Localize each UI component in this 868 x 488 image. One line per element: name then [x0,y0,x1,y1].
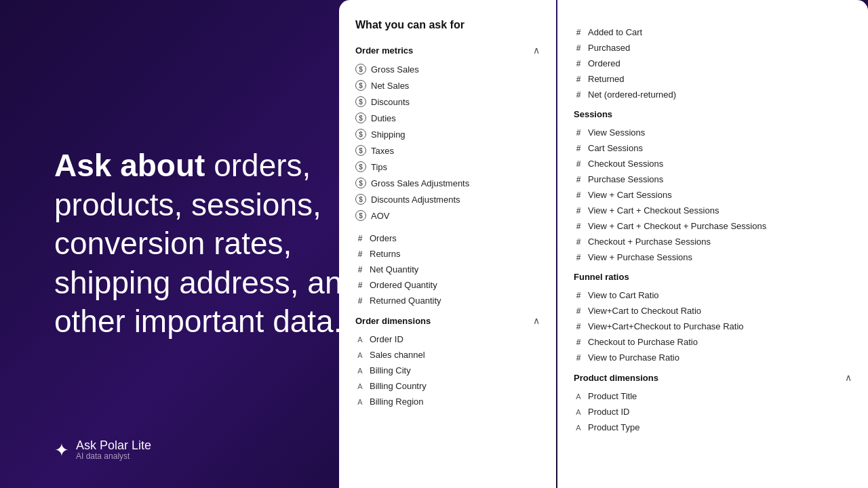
brand-subtitle: AI data analyst [76,451,151,461]
order-counts-list: #Orders #Returns #Net Quantity #Ordered … [355,230,540,308]
a-icon: A [574,423,583,432]
list-item: #Purchase Sessions [574,171,852,187]
hash-icon: # [574,90,583,100]
hash-icon: # [574,59,583,68]
hash-icon: # [574,144,583,153]
hash-icon: # [574,322,583,331]
list-item: #Ordered Quantity [355,277,540,293]
list-item: ASales channel [355,347,540,363]
dollar-icon: $ [355,178,366,188]
list-item: $Shipping [355,126,540,142]
dollar-icon: $ [355,129,366,140]
a-icon: A [355,350,365,360]
dollar-icon: $ [355,194,366,205]
list-item: AProduct Type [574,420,852,435]
order-metrics-header[interactable]: Order metrics ∧ [355,45,540,56]
hash-icon: # [574,175,583,184]
quantity-list: #Added to Cart #Purchased #Ordered #Retu… [574,24,852,102]
list-item: $Gross Sales Adjustments [355,175,540,191]
a-icon: A [574,392,583,401]
sessions-label: Sessions [574,109,612,119]
hero-text: Ask about orders, products, sessions, co… [54,146,366,342]
list-item: #View+Cart+Checkout to Purchase Ratio [574,319,852,334]
a-icon: A [355,382,365,391]
list-item: AProduct Title [574,388,852,404]
list-item: #Ordered [574,56,852,71]
order-dimensions-chevron-icon: ∧ [533,315,540,326]
list-item: #View to Cart Ratio [574,287,852,303]
list-item: ABilling Region [355,394,540,409]
list-item: $Taxes [355,142,540,159]
a-icon: A [355,397,365,407]
hash-icon: # [355,296,365,306]
brand-section: ✦ Ask Polar Lite AI data analyst [54,439,151,461]
hash-icon: # [574,353,583,363]
right-info-panel[interactable]: #Added to Cart #Purchased #Ordered #Retu… [557,0,868,488]
list-item: #Checkout to Purchase Ratio [574,334,852,350]
hero-bold: Ask about [54,148,205,183]
hash-icon: # [574,306,583,316]
list-item: #View + Cart + Checkout Sessions [574,203,852,218]
list-item: ABilling Country [355,378,540,394]
dollar-icon: $ [355,64,366,75]
list-item: #View to Purchase Ratio [574,350,852,365]
panels-container: What you can ask for Order metrics ∧ $Gr… [339,0,868,488]
dollar-icon: $ [355,113,366,123]
product-dimensions-header[interactable]: Product dimensions ∧ [574,372,852,383]
hash-icon: # [355,265,365,274]
list-item: $Tips [355,159,540,175]
list-item: #View + Cart Sessions [574,187,852,203]
list-item: $Discounts [355,94,540,110]
left-info-panel[interactable]: What you can ask for Order metrics ∧ $Gr… [339,0,556,488]
hash-icon: # [574,222,583,231]
list-item: $Gross Sales [355,61,540,77]
a-icon: A [355,366,365,375]
dollar-icon: $ [355,80,366,91]
hash-icon: # [574,128,583,138]
list-item: #Cart Sessions [574,140,852,156]
hash-icon: # [574,291,583,300]
hash-icon: # [355,281,365,290]
list-item: #Returned Quantity [355,293,540,308]
brand-name-main: Ask Polar [76,439,128,452]
order-dimensions-list: AOrder ID ASales channel ABilling City A… [355,331,540,409]
list-item: #Net (ordered-returned) [574,87,852,102]
hash-icon: # [574,28,583,37]
product-dimensions-label: Product dimensions [574,373,658,383]
hash-icon: # [574,206,583,216]
funnel-ratios-label: Funnel ratios [574,272,629,282]
sessions-list: #View Sessions #Cart Sessions #Checkout … [574,125,852,265]
list-item: #Returns [355,246,540,262]
order-metrics-label: Order metrics [355,45,413,56]
hash-icon: # [355,234,365,243]
list-item: #View + Purchase Sessions [574,249,852,265]
product-dimensions-chevron-icon: ∧ [845,372,852,383]
list-item: $Discounts Adjustments [355,191,540,207]
hash-icon: # [355,249,365,259]
list-item: #Net Quantity [355,262,540,277]
list-item: #Returned [574,71,852,87]
order-dimensions-label: Order dimensions [355,316,431,326]
dollar-icon: $ [355,96,366,107]
list-item: AOrder ID [355,331,540,347]
hash-icon: # [574,237,583,247]
funnel-ratios-list: #View to Cart Ratio #View+Cart to Checko… [574,287,852,365]
list-item: $AOV [355,207,540,224]
order-dimensions-header[interactable]: Order dimensions ∧ [355,315,540,326]
order-metrics-list: $Gross Sales $Net Sales $Discounts $Duti… [355,61,540,224]
list-item: #Purchased [574,40,852,56]
list-item: #Added to Cart [574,24,852,40]
list-item: #View+Cart to Checkout Ratio [574,303,852,319]
list-item: #View Sessions [574,125,852,140]
order-metrics-chevron-icon: ∧ [533,45,540,56]
list-item: AProduct ID [574,404,852,420]
hash-icon: # [574,43,583,53]
hash-icon: # [574,338,583,347]
sessions-header: Sessions [574,109,852,119]
list-item: #View + Cart + Checkout + Purchase Sessi… [574,218,852,234]
list-item: #Checkout + Purchase Sessions [574,234,852,249]
a-icon: A [574,407,583,417]
product-dimensions-list: AProduct Title AProduct ID AProduct Type [574,388,852,435]
hash-icon: # [574,75,583,84]
panel-title: What you can ask for [355,19,540,31]
